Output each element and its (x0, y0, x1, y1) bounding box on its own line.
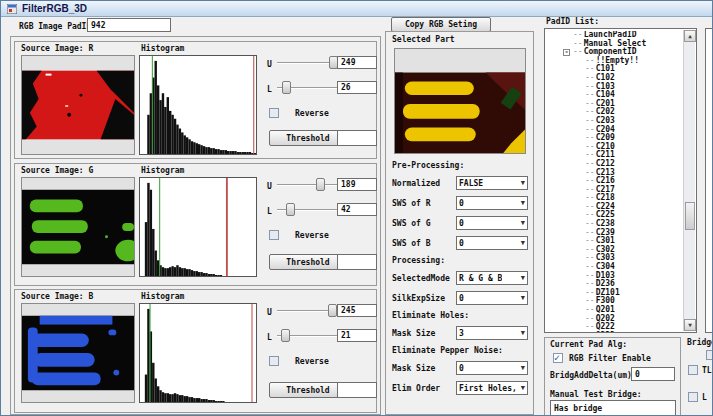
tree-item-label: C203 (585, 116, 615, 125)
reverse-checkbox[interactable] (269, 108, 279, 118)
l-slider-thumb[interactable] (281, 329, 290, 342)
l-slider-thumb[interactable] (282, 81, 291, 94)
chevron-down-icon[interactable]: ▼ (521, 220, 525, 227)
combobox-value: 0 (459, 199, 464, 208)
source-image-g-thumbnail (21, 177, 135, 277)
tree-item-label: Q201 (585, 305, 615, 314)
chevron-down-icon[interactable]: ▼ (521, 240, 525, 247)
tree-item-label: C102 (585, 73, 615, 82)
padid-tree-scrollbar[interactable]: ▲ ▼ (683, 30, 695, 331)
l-label: L (267, 207, 272, 216)
param-combobox[interactable]: 3▼ (456, 326, 528, 340)
l-value-field[interactable] (337, 81, 377, 94)
param-row: Mask Size3▼ (392, 323, 530, 343)
bridge-checkbox-partial[interactable] (706, 350, 713, 360)
threshold-button[interactable]: Threshold (269, 382, 347, 398)
l-slider[interactable] (277, 203, 339, 217)
param-combobox[interactable]: FALSE▼ (456, 176, 528, 190)
source-image-label: Source Image: G (21, 166, 93, 175)
param-label: Mask Size (392, 364, 456, 373)
u-label: U (267, 182, 272, 191)
param-row: SWS of B0▼ (392, 233, 530, 253)
threshold-result-field (337, 254, 377, 270)
threshold-button[interactable]: Threshold (269, 130, 347, 146)
l-slider-thumb[interactable] (286, 203, 295, 216)
u-slider[interactable] (277, 304, 339, 318)
param-row: SilkExpSize0▼ (392, 288, 530, 308)
bridge-l-checkbox[interactable] (688, 392, 698, 402)
bridge-l-label: L (702, 393, 707, 402)
threshold-button[interactable]: Threshold (269, 254, 347, 270)
u-value-field[interactable] (337, 178, 377, 191)
threshold-result-field (337, 130, 377, 146)
padid-list-label: PadID List: (546, 17, 599, 26)
reverse-checkbox[interactable] (269, 356, 279, 366)
l-value-field[interactable] (337, 329, 377, 342)
param-row: NormalizedFALSE▼ (392, 173, 530, 193)
histogram-label: Histogram (141, 292, 184, 301)
param-section-label: Eliminate Holes: (392, 308, 530, 323)
processing-params: Pre-Processing:NormalizedFALSE▼SWS of R0… (392, 158, 530, 398)
padid-tree[interactable]: LaunchPadIDManual Select-ComponentID!!Em… (544, 28, 697, 333)
param-combobox[interactable]: First Holes,▼ (456, 381, 528, 395)
param-label: Elim Order (392, 384, 456, 393)
param-combobox[interactable]: 0▼ (456, 196, 528, 210)
selected-part-title: Selected Part (392, 35, 455, 44)
param-label: SWS of G (392, 219, 456, 228)
chevron-down-icon[interactable]: ▼ (521, 385, 525, 392)
tree-item-label: LaunchPadID (573, 31, 637, 39)
tree-item-label: Q233 (585, 331, 615, 332)
l-slider[interactable] (277, 81, 339, 95)
bridge-tl-checkbox[interactable] (688, 365, 698, 375)
param-combobox[interactable]: 0▼ (456, 236, 528, 250)
rgb-filter-enable-checkbox[interactable] (553, 353, 563, 363)
param-combobox[interactable]: 0▼ (456, 361, 528, 375)
threshold-result-field (337, 382, 377, 398)
chevron-down-icon[interactable]: ▼ (521, 200, 525, 207)
combobox-value: 3 (459, 329, 464, 338)
u-slider[interactable] (277, 178, 339, 192)
combobox-value: 0 (459, 239, 464, 248)
tree-item-label: C218 (585, 193, 615, 202)
reverse-checkbox[interactable] (269, 230, 279, 240)
u-value-field[interactable] (337, 304, 377, 317)
u-slider-thumb[interactable] (328, 304, 337, 317)
tree-item-label: C104 (585, 90, 615, 99)
histogram-r (139, 55, 257, 155)
slider-track (277, 184, 339, 186)
copy-rgb-setting-button[interactable]: Copy RGB Seting (391, 17, 491, 32)
scroll-down-icon[interactable]: ▼ (684, 319, 696, 331)
chevron-down-icon[interactable]: ▼ (521, 180, 525, 187)
param-combobox[interactable]: 0▼ (456, 216, 528, 230)
current-pad-alg-title: Current Pad Alg: (550, 340, 627, 349)
channel-group-g: Source Image: G Histogram U L (14, 163, 377, 286)
chevron-down-icon[interactable]: ▼ (521, 275, 525, 282)
titlebar: FilterRGB_3D (1, 1, 712, 17)
scroll-up-icon[interactable]: ▲ (684, 30, 696, 42)
l-slider[interactable] (277, 329, 339, 343)
reverse-label: Reverse (295, 231, 329, 240)
param-label: SilkExpSize (392, 294, 456, 303)
tree-collapse-icon[interactable]: - (563, 49, 570, 56)
manual-test-bridge-field[interactable] (550, 400, 676, 416)
combobox-value: 0 (459, 294, 464, 303)
u-slider-thumb[interactable] (316, 178, 325, 191)
reverse-label: Reverse (295, 109, 329, 118)
tree-item-label: C301 (585, 236, 615, 245)
pad-id-field[interactable] (87, 18, 171, 32)
u-label: U (267, 60, 272, 69)
filter-rgb-3d-window: FilterRGB_3D RGB Image PadID: Copy RGB S… (0, 0, 713, 416)
chevron-down-icon[interactable]: ▼ (521, 365, 525, 372)
chevron-down-icon[interactable]: ▼ (521, 330, 525, 337)
u-slider[interactable] (277, 56, 339, 70)
param-label: SelectedMode (392, 274, 456, 283)
chevron-down-icon[interactable]: ▼ (521, 295, 525, 302)
param-combobox[interactable]: 0▼ (456, 291, 528, 305)
tree-item-label: ComponentID (573, 47, 637, 56)
scroll-thumb[interactable] (685, 202, 695, 230)
param-combobox[interactable]: R & G & B▼ (456, 271, 528, 285)
u-value-field[interactable] (337, 56, 377, 69)
l-value-field[interactable] (337, 203, 377, 216)
tree-item-label: C304 (585, 262, 615, 271)
bridge-add-delta-field[interactable] (631, 367, 675, 381)
